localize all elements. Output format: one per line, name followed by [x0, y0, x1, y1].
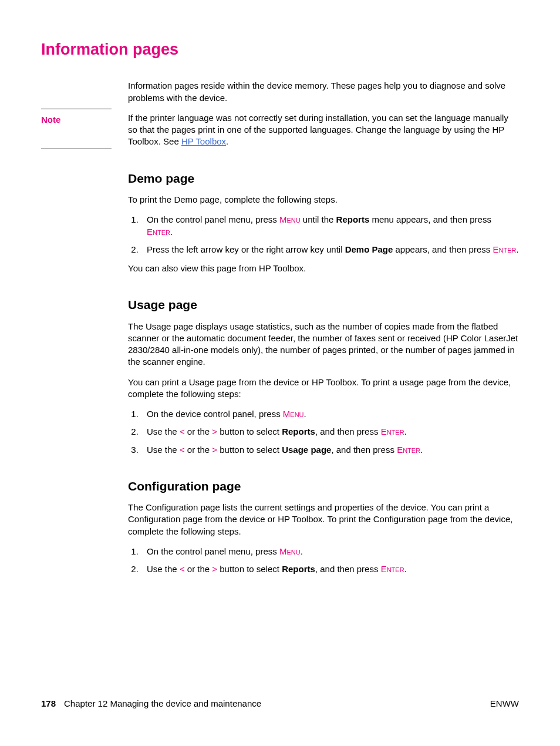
step-text: Use the: [147, 445, 180, 455]
note-rule-top: [41, 109, 112, 109]
greater-than-symbol: >: [212, 426, 217, 436]
step-text: On the control panel menu, press: [147, 546, 279, 556]
step-text: Press the left arrow key or the right ar…: [147, 244, 345, 254]
config-p1: The Configuration page lists the current…: [128, 502, 519, 537]
enter-key: Enter: [381, 564, 404, 574]
list-item: Use the < or the > button to select Usag…: [141, 444, 519, 456]
step-text: , and then press: [315, 426, 381, 436]
step-text: or the: [185, 564, 212, 574]
step-text: or the: [185, 445, 212, 455]
step-text: button to select: [217, 564, 282, 574]
list-item: On the control panel menu, press Menu un…: [141, 214, 519, 238]
step-text: Use the: [147, 426, 180, 436]
reports-bold: Reports: [282, 564, 315, 574]
step-text: On the device control panel, press: [147, 409, 283, 419]
list-item: On the control panel menu, press Menu.: [141, 546, 519, 557]
config-steps: On the control panel menu, press Menu. U…: [128, 546, 519, 576]
step-text: appears, and then press: [393, 244, 492, 254]
page-title: Information pages: [41, 39, 519, 60]
chapter-title: Chapter 12 Managing the device and maint…: [64, 698, 261, 710]
step-text: menu appears, and then press: [369, 214, 491, 224]
step-text: button to select: [217, 445, 282, 455]
step-text: .: [301, 546, 303, 556]
enter-key: Enter: [492, 244, 516, 254]
step-text: .: [304, 409, 306, 419]
step-text: Use the: [147, 564, 180, 574]
greater-than-symbol: >: [212, 445, 217, 455]
enter-key: Enter: [147, 227, 170, 237]
step-text: .: [420, 445, 423, 455]
menu-key: Menu: [279, 214, 301, 224]
less-than-symbol: <: [180, 564, 185, 574]
page-number: 178: [41, 698, 56, 710]
reports-bold: Reports: [336, 214, 370, 224]
menu-key: Menu: [279, 546, 301, 556]
demo-page-bold: Demo Page: [345, 244, 393, 254]
usage-heading: Usage page: [128, 297, 519, 313]
list-item: Press the left arrow key or the right ar…: [141, 244, 519, 256]
demo-lead: To print the Demo page, complete the fol…: [128, 194, 519, 206]
step-text: .: [404, 426, 407, 436]
list-item: Use the < or the > button to select Repo…: [141, 563, 519, 575]
footer-right: ENWW: [490, 698, 519, 710]
step-text: .: [170, 227, 173, 237]
note-label: Note: [41, 114, 112, 126]
hp-toolbox-link[interactable]: HP Toolbox: [181, 136, 226, 146]
greater-than-symbol: >: [212, 564, 217, 574]
reports-bold: Reports: [282, 426, 315, 436]
step-text: button to select: [217, 426, 282, 436]
step-text: , and then press: [315, 564, 381, 574]
note-rule-bottom: [41, 149, 112, 149]
note-block: Note If the printer language was not cor…: [128, 112, 519, 148]
menu-key: Menu: [283, 409, 304, 419]
demo-steps: On the control panel menu, press Menu un…: [128, 214, 519, 256]
config-heading: Configuration page: [128, 478, 519, 495]
less-than-symbol: <: [180, 445, 185, 455]
demo-tail: You can also view this page from HP Tool…: [128, 263, 519, 274]
step-text: until the: [301, 214, 336, 224]
list-item: Use the < or the > button to select Repo…: [141, 426, 519, 438]
usage-p1: The Usage page displays usage statistics…: [128, 321, 519, 368]
page-footer: 178 Chapter 12 Managing the device and m…: [41, 698, 519, 710]
demo-heading: Demo page: [128, 170, 519, 187]
note-text-post: .: [226, 136, 228, 146]
usage-page-bold: Usage page: [282, 445, 331, 455]
less-than-symbol: <: [180, 426, 185, 436]
enter-key: Enter: [381, 426, 404, 436]
step-text: .: [516, 244, 518, 254]
step-text: or the: [185, 426, 212, 436]
intro-paragraph: Information pages reside within the devi…: [128, 80, 519, 104]
step-text: .: [404, 564, 407, 574]
usage-steps: On the device control panel, press Menu.…: [128, 408, 519, 456]
list-item: On the device control panel, press Menu.: [141, 408, 519, 420]
enter-key: Enter: [397, 445, 420, 455]
usage-p2: You can print a Usage page from the devi…: [128, 377, 519, 401]
step-text: On the control panel menu, press: [147, 214, 279, 224]
step-text: , and then press: [331, 445, 397, 455]
